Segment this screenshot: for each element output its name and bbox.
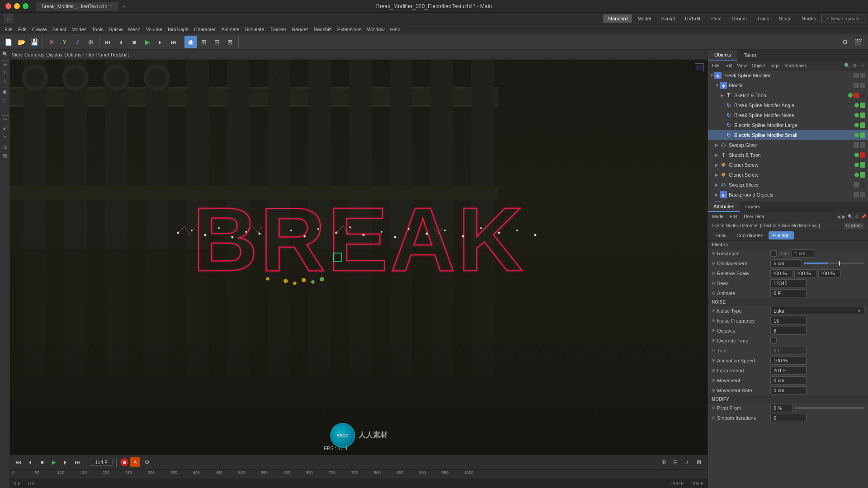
toolbar-render-view[interactable]: ◉ xyxy=(184,36,197,48)
attr-resample-step-value[interactable]: 1 cm xyxy=(792,249,814,258)
left-sidebar-point[interactable]: · xyxy=(1,107,9,114)
objects-sort-icon[interactable]: ☰ xyxy=(859,62,866,69)
obj-esm-small[interactable]: ↻ Electric Spline Modifer.Small xyxy=(708,130,868,140)
file-tab[interactable]: Break_Modifer_...fiedText.c4d × xyxy=(36,2,118,11)
tl-go-start[interactable]: ⏮ xyxy=(14,457,24,467)
attr-smooth-iter-value[interactable]: 0 xyxy=(770,414,807,422)
menu-edit[interactable]: Edit xyxy=(15,26,29,33)
attr-toolbar-mode[interactable]: Mode xyxy=(710,213,726,220)
attr-movement-value[interactable]: 0 cm xyxy=(770,376,807,385)
viewport-menu-display[interactable]: Display xyxy=(46,52,62,57)
tl-frame-view2[interactable]: ⊟ xyxy=(670,457,680,467)
tl-expand[interactable]: ⊠ xyxy=(694,457,704,467)
menu-modes[interactable]: Modes xyxy=(69,26,89,33)
toolbar-open[interactable]: 📂 xyxy=(15,36,28,48)
toolbar-settings[interactable]: ⚙ xyxy=(839,36,851,48)
left-sidebar-knife[interactable]: ✂ xyxy=(1,134,9,141)
obj-cloner-screw-1[interactable]: ▶ ❋ Cloner.Screw xyxy=(708,160,868,170)
menu-help[interactable]: Help xyxy=(387,26,403,33)
menu-create[interactable]: Create xyxy=(29,26,50,33)
tl-autokey[interactable]: A xyxy=(130,457,140,467)
obj-st1-color[interactable] xyxy=(854,93,859,98)
obj-st1-dark[interactable] xyxy=(860,93,865,98)
toolbar-render-anim[interactable]: ⊠ xyxy=(224,36,236,48)
toolbar-undo[interactable]: ✕ xyxy=(45,36,58,48)
toolbar-render-region[interactable]: ⊞ xyxy=(198,36,210,48)
layout-tab-track[interactable]: Track xyxy=(752,14,774,23)
left-sidebar-rotate[interactable]: ↻ xyxy=(1,70,9,78)
attr-seed-value[interactable]: 12345 xyxy=(770,279,807,287)
attr-anim-speed-value[interactable]: 100 % xyxy=(770,357,807,365)
obj-angle-check[interactable] xyxy=(860,103,865,108)
obj-cs2-check[interactable] xyxy=(860,172,865,178)
menu-simulate[interactable]: Simulate xyxy=(242,26,267,33)
attr-override-time-checkbox[interactable] xyxy=(770,338,777,344)
menu-mograph[interactable]: MoGraph xyxy=(165,26,191,33)
attr-fwd[interactable]: ▶ xyxy=(842,214,846,219)
obj-electic-eye[interactable] xyxy=(854,83,859,88)
tl-settings[interactable]: ⚙ xyxy=(142,457,152,467)
menu-render[interactable]: Render xyxy=(289,26,311,33)
toolbar-play-prev[interactable]: ⏮ xyxy=(102,36,114,48)
objects-filter-icon[interactable]: ⚙ xyxy=(851,62,859,69)
attr-subtab-coordinates[interactable]: Coordinates xyxy=(732,231,768,239)
obj-sweep-slices[interactable]: ▶ ◎ Sweep.Slices xyxy=(708,180,868,190)
layout-tab-uvedit[interactable]: UVEdit xyxy=(680,14,705,23)
tl-go-end[interactable]: ⏭ xyxy=(72,457,82,467)
layout-tab-model[interactable]: Model xyxy=(633,14,656,23)
objects-search-icon[interactable]: 🔍 xyxy=(844,62,851,69)
tl-record[interactable]: ⏺ xyxy=(120,458,128,466)
menu-window[interactable]: Window xyxy=(364,26,387,33)
obj-bsm-eye[interactable] xyxy=(854,73,859,78)
attr-back[interactable]: ◀ xyxy=(837,214,840,219)
objects-menu-object[interactable]: Object xyxy=(750,62,767,69)
menu-tools[interactable]: Tools xyxy=(89,26,106,33)
obj-st2-color[interactable] xyxy=(860,152,865,158)
toolbar-save[interactable]: 💾 xyxy=(28,36,41,48)
obj-noise-check[interactable] xyxy=(860,113,865,118)
obj-bo-eye[interactable] xyxy=(854,192,859,197)
layout-tab-standard[interactable]: Standard xyxy=(603,14,632,23)
attr-noise-type-dropdown[interactable]: Luka ▼ xyxy=(770,307,864,315)
layout-tab-paint[interactable]: Paint xyxy=(706,14,726,23)
tl-frame-view1[interactable]: ⊞ xyxy=(659,457,669,467)
maximize-button[interactable] xyxy=(23,3,28,9)
attr-search[interactable]: 🔍 xyxy=(848,214,853,219)
obj-ss-eye[interactable] xyxy=(854,182,859,188)
attr-movement-rate-value[interactable]: 0 cm xyxy=(770,386,807,394)
objects-menu-bookmarks[interactable]: Bookmarks xyxy=(782,62,809,69)
attr-subtab-basic[interactable]: Basic xyxy=(710,231,731,239)
tl-stop[interactable]: ■ xyxy=(37,457,47,467)
layout-tab-groom[interactable]: Groom xyxy=(727,14,751,23)
viewport-menu-filter[interactable]: Filter xyxy=(83,52,94,57)
obj-bo-lock[interactable] xyxy=(860,192,865,197)
obj-bsm-angle[interactable]: ↻ Break Spline Modifer.Angle xyxy=(708,100,868,110)
objects-menu-edit[interactable]: Edit xyxy=(722,62,734,69)
menu-select[interactable]: Select xyxy=(50,26,69,33)
obj-sweep-glow[interactable]: ▶ ◎ Sweep.Glow xyxy=(708,140,868,150)
toolbar-stop[interactable]: ■ xyxy=(128,36,141,48)
toolbar-coord[interactable]: ⊕ xyxy=(85,36,97,48)
obj-large-check[interactable] xyxy=(860,122,865,128)
attr-tab-layers[interactable]: Layers xyxy=(740,202,765,212)
attr-toolbar-edit[interactable]: Edit xyxy=(727,213,740,220)
toolbar-render-settings[interactable]: 🎬 xyxy=(852,36,864,48)
minimize-button[interactable] xyxy=(14,3,20,9)
attr-pin[interactable]: 📌 xyxy=(861,214,866,219)
left-sidebar-edge[interactable]: ⬡ xyxy=(1,98,9,105)
attr-tab-attributes[interactable]: Attributes xyxy=(708,202,740,212)
left-sidebar-poly[interactable]: ⬟ xyxy=(1,89,9,97)
left-sidebar-bevel[interactable]: ⬔ xyxy=(1,153,9,160)
obj-bsm-noise[interactable]: ↻ Break Spline Modifer.Noise xyxy=(708,110,868,120)
obj-cs1-check[interactable] xyxy=(860,162,865,168)
menu-redshift[interactable]: Redshift xyxy=(311,26,334,33)
attr-pivot-slider[interactable] xyxy=(795,407,864,409)
viewport-menu-options[interactable]: Options xyxy=(64,52,81,57)
layout-tab-sculpt[interactable]: Sculpt xyxy=(656,14,679,23)
attr-custom-badge[interactable]: Custom xyxy=(844,223,864,229)
layout-tab-script[interactable]: Script xyxy=(774,14,796,23)
attr-displacement-slider[interactable] xyxy=(804,263,864,264)
attr-displacement-value[interactable]: 5 cm xyxy=(770,259,802,267)
layout-tab-nodes[interactable]: Nodes xyxy=(797,14,821,23)
obj-esm-large[interactable]: ↻ Electric Spline Modifer.Large xyxy=(708,120,868,130)
